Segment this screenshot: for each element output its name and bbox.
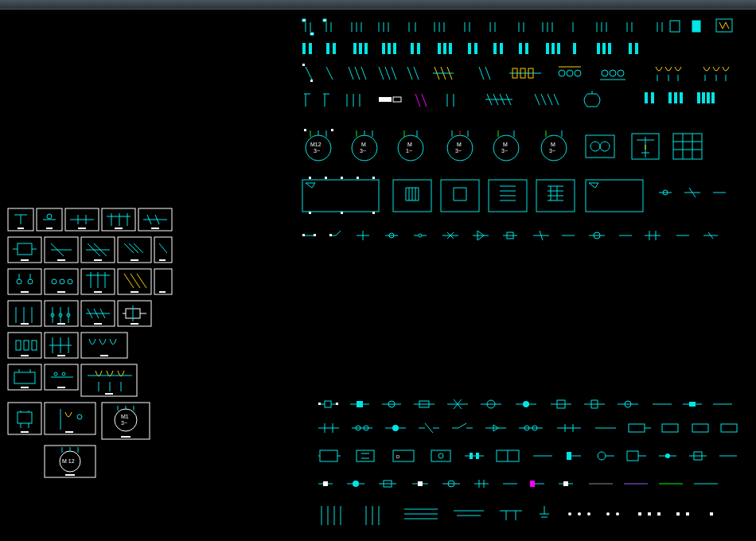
motor-m3[interactable]: M3~ — [541, 130, 567, 161]
contact-symbol[interactable] — [435, 22, 444, 32]
component[interactable] — [683, 402, 702, 407]
component[interactable] — [662, 424, 678, 432]
disconnect[interactable] — [379, 97, 401, 102]
component[interactable] — [431, 450, 450, 461]
contact-symbol[interactable] — [465, 22, 470, 32]
connector[interactable] — [385, 233, 398, 238]
connector-small[interactable] — [684, 188, 700, 197]
connector[interactable] — [503, 232, 517, 239]
component[interactable] — [350, 401, 369, 407]
connector[interactable] — [442, 232, 458, 239]
palette-cell[interactable] — [8, 269, 41, 294]
plc-box[interactable] — [673, 134, 702, 159]
palette-cell[interactable] — [45, 403, 95, 434]
contact-symbol[interactable] — [379, 22, 388, 32]
component[interactable] — [414, 401, 435, 407]
connector[interactable] — [302, 234, 316, 236]
enclosure-med[interactable] — [489, 180, 527, 212]
component[interactable] — [447, 399, 468, 409]
motor-m1[interactable]: M1~ — [398, 130, 423, 161]
component[interactable] — [382, 401, 401, 407]
breaker-3p[interactable] — [703, 67, 729, 81]
palette-cell[interactable] — [8, 403, 41, 434]
terminal-triple[interactable] — [597, 43, 611, 54]
fuse-3p[interactable] — [559, 67, 581, 76]
palette-cell[interactable] — [45, 301, 78, 326]
ground-lines[interactable] — [404, 509, 438, 519]
motor-m12[interactable]: M123~ — [304, 129, 333, 161]
palette-cell[interactable] — [45, 364, 78, 390]
component[interactable] — [385, 425, 406, 431]
contact-symbol[interactable] — [657, 21, 680, 32]
component[interactable] — [584, 400, 605, 408]
component[interactable] — [412, 481, 428, 486]
palette-motor-m1[interactable]: M13~ — [102, 403, 150, 439]
cad-canvas[interactable]: M13~ M 12 M123~ — [0, 10, 756, 541]
switch-3p[interactable] — [349, 67, 366, 80]
bus-bars[interactable] — [321, 506, 341, 525]
component[interactable] — [357, 450, 374, 461]
palette-cell[interactable] — [118, 269, 151, 294]
node-points[interactable] — [606, 512, 619, 516]
component[interactable] — [318, 401, 338, 407]
palette-cell[interactable] — [118, 237, 151, 263]
palette-cell[interactable] — [45, 333, 78, 358]
component-magenta[interactable] — [530, 481, 544, 487]
component[interactable] — [567, 452, 581, 460]
component[interactable] — [318, 481, 333, 486]
connector-diode[interactable] — [473, 231, 489, 240]
component[interactable] — [347, 481, 364, 487]
terminal-pair[interactable] — [519, 43, 528, 54]
contact-symbol[interactable] — [409, 22, 415, 32]
motor-m3[interactable]: M3~ — [493, 130, 519, 161]
component[interactable] — [618, 401, 638, 407]
palette-cell[interactable] — [8, 301, 41, 326]
switch-no[interactable] — [302, 64, 313, 82]
contact-symbol[interactable] — [543, 22, 552, 32]
node-points[interactable] — [568, 512, 590, 516]
switch-3p-yellow[interactable] — [433, 67, 454, 80]
palette-motor-m12[interactable]: M 12 — [45, 446, 95, 477]
palette-cell[interactable] — [81, 301, 115, 326]
component[interactable] — [629, 424, 651, 432]
connector[interactable] — [703, 232, 718, 239]
bell-symbol[interactable] — [584, 91, 600, 107]
palette-cell[interactable] — [154, 237, 172, 263]
node-points[interactable] — [676, 512, 689, 516]
component[interactable] — [352, 426, 372, 430]
contact-symbol[interactable] — [692, 21, 700, 32]
connector[interactable] — [329, 231, 341, 236]
component[interactable] — [318, 450, 341, 461]
connector[interactable] — [645, 231, 661, 240]
component[interactable]: D — [393, 450, 414, 461]
enclosure-med[interactable] — [536, 180, 575, 212]
component[interactable] — [465, 453, 484, 459]
contact-symbol[interactable] — [302, 19, 314, 35]
switch-nc-3p[interactable] — [347, 94, 360, 107]
component[interactable] — [721, 424, 737, 432]
component[interactable] — [485, 425, 506, 431]
palette-cell[interactable] — [81, 333, 127, 358]
enclosure-large[interactable] — [302, 177, 379, 214]
node-points[interactable] — [638, 512, 661, 516]
palette-cell[interactable] — [81, 237, 115, 263]
component[interactable] — [497, 450, 519, 461]
contact-symbol[interactable] — [490, 22, 495, 32]
component[interactable] — [379, 481, 396, 487]
terminal-pair[interactable] — [302, 43, 312, 54]
contact-symbol[interactable] — [627, 22, 632, 32]
palette-cell[interactable] — [102, 208, 135, 231]
component[interactable] — [474, 480, 489, 488]
component[interactable] — [559, 481, 573, 486]
transformer-box[interactable] — [586, 135, 614, 158]
terminal-pair[interactable] — [493, 43, 503, 54]
connector[interactable] — [533, 231, 549, 240]
connector[interactable] — [589, 232, 605, 239]
switch-nc[interactable] — [304, 94, 310, 107]
connector[interactable] — [357, 231, 369, 240]
component[interactable] — [318, 423, 339, 433]
component[interactable] — [442, 481, 460, 487]
component[interactable] — [452, 423, 473, 428]
terminal-triple[interactable] — [546, 43, 560, 54]
terminal-triple[interactable] — [382, 43, 396, 54]
